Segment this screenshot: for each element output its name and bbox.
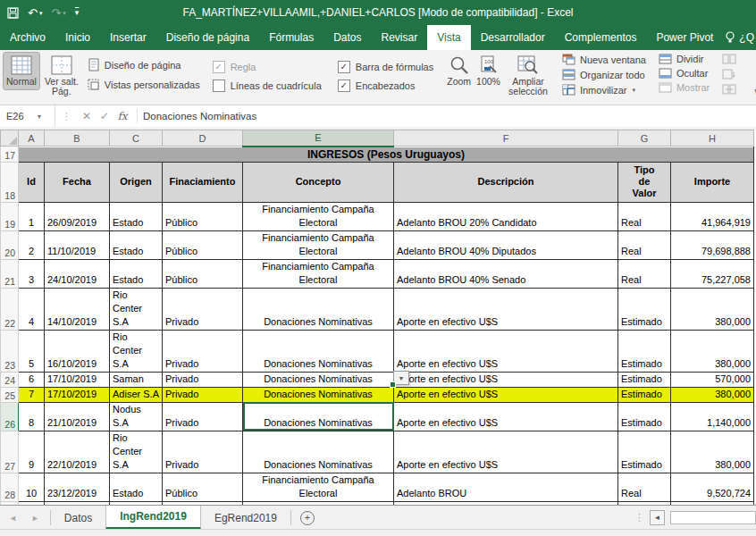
- tab-splitter-grip[interactable]: ⋮: [634, 512, 644, 523]
- table-column-header-B[interactable]: Fecha: [45, 162, 110, 202]
- cell-F21[interactable]: Adelanto BROU 40% Senado: [394, 259, 618, 288]
- cell-E20[interactable]: Financiamiento Campaña Electoral: [243, 230, 394, 259]
- select-all-corner[interactable]: [1, 130, 19, 147]
- checkbox-barra-de-f-rmulas[interactable]: ✓Barra de fórmulas: [338, 61, 433, 73]
- row-header-22[interactable]: 22: [1, 288, 19, 330]
- sheet-nav-left-icon[interactable]: ◄: [9, 514, 17, 523]
- fill-handle[interactable]: [390, 381, 396, 388]
- ribbon-tab-revisar[interactable]: Revisar: [372, 25, 428, 50]
- row-header-28[interactable]: 28: [1, 473, 19, 501]
- cell-F19[interactable]: Adelanto BROU 20% Candidato: [394, 202, 618, 230]
- cell-B20[interactable]: 11/10/2019: [45, 230, 110, 259]
- row-header-24[interactable]: 24: [1, 372, 19, 387]
- cell-A21[interactable]: 3: [19, 259, 45, 288]
- table-column-header-F[interactable]: Descripción: [394, 162, 618, 202]
- cell-B19[interactable]: 26/09/2019: [45, 202, 110, 230]
- new-window-button[interactable]: Nueva ventana: [562, 54, 646, 65]
- cell-D20[interactable]: Público: [163, 230, 243, 259]
- cell-G23[interactable]: Estimado: [618, 330, 671, 372]
- cell-B21[interactable]: 24/10/2019: [45, 259, 110, 288]
- cell-C21[interactable]: Estado: [110, 259, 163, 288]
- zoom-selection-button[interactable]: Ampliar selección: [503, 53, 553, 99]
- cell-D24[interactable]: Privado: [163, 372, 243, 387]
- cell-A20[interactable]: 2: [19, 230, 45, 259]
- table-column-header-A[interactable]: Id: [19, 162, 45, 202]
- cell-H25[interactable]: 380,000: [671, 387, 754, 402]
- cell-H28[interactable]: 9,520,724: [671, 473, 754, 501]
- cell-F27[interactable]: Aporte en efectivo U$S: [394, 431, 618, 473]
- checkbox-l-neas-de-cuadr-cula[interactable]: Líneas de cuadrícula: [213, 80, 322, 92]
- cell-C28[interactable]: Estado: [110, 473, 163, 501]
- page-layout-button[interactable]: Diseño de página: [88, 58, 200, 71]
- column-header-D[interactable]: D: [163, 130, 243, 147]
- cell-A22[interactable]: 4: [19, 288, 45, 330]
- cell-F20[interactable]: Adelanto BROU 40% Diputados: [394, 230, 618, 259]
- cell-H24[interactable]: 570,000: [671, 372, 754, 387]
- cell-B28[interactable]: 23/12/2019: [45, 473, 110, 501]
- cell-G24[interactable]: Estimado: [618, 372, 671, 387]
- cell-D23[interactable]: Privado: [163, 330, 243, 372]
- custom-views-button[interactable]: Vistas personalizadas: [88, 78, 200, 91]
- cell-C25[interactable]: Adiser S.A: [110, 387, 163, 402]
- cell-E22[interactable]: Donaciones Nominativas: [243, 288, 394, 330]
- ribbon-tab-desarrollador[interactable]: Desarrollador: [471, 25, 555, 50]
- cell-B22[interactable]: 14/10/2019: [45, 288, 110, 330]
- column-header-E[interactable]: E: [243, 130, 394, 147]
- cell-G28[interactable]: Real: [618, 473, 671, 501]
- cell-B23[interactable]: 16/10/2019: [45, 330, 110, 372]
- formula-input[interactable]: Donaciones Nominativas: [143, 111, 756, 121]
- ribbon-tab-power-pivot[interactable]: Power Pivot: [646, 25, 723, 50]
- column-header-F[interactable]: F: [394, 130, 618, 147]
- cell-H27[interactable]: 380,000: [671, 431, 754, 473]
- cell-E19[interactable]: Financiamiento Campaña Electoral: [243, 202, 394, 230]
- ribbon-tab-datos[interactable]: Datos: [323, 25, 371, 50]
- cell-D25[interactable]: Privado: [163, 387, 243, 402]
- cell-F26[interactable]: Aporte en efectivo U$S: [394, 402, 618, 431]
- row-header-21[interactable]: 21: [1, 259, 19, 288]
- cell-C23[interactable]: Rio Center S.A: [110, 330, 163, 372]
- enter-icon[interactable]: ✓: [96, 110, 113, 122]
- cell-G20[interactable]: Real: [618, 230, 671, 259]
- row-header-19[interactable]: 19: [1, 202, 19, 230]
- sheet-nav-right-icon[interactable]: ►: [31, 514, 39, 523]
- cell-A24[interactable]: 6: [19, 372, 45, 387]
- cell-B25[interactable]: 17/10/2019: [45, 387, 110, 402]
- cell-G25[interactable]: Estimado: [618, 387, 671, 402]
- row-header-17[interactable]: 17: [1, 147, 19, 163]
- zoom-100-button[interactable]: 100 100%: [474, 53, 503, 89]
- cell-H26[interactable]: 1,140,000: [671, 402, 754, 431]
- ribbon-tab-archivo[interactable]: Archivo: [0, 25, 55, 50]
- row-header-26[interactable]: 26: [1, 402, 19, 431]
- cell-C22[interactable]: Rio Center S.A: [110, 288, 163, 330]
- cell-E23[interactable]: Donaciones Nominativas: [243, 330, 394, 372]
- cell-A28[interactable]: 10: [19, 473, 45, 501]
- column-header-A[interactable]: A: [19, 130, 45, 147]
- cell-E24[interactable]: Donaciones Nominativas: [243, 372, 394, 387]
- table-column-header-D[interactable]: Finaciamiento: [163, 162, 243, 202]
- cell-A27[interactable]: 9: [19, 431, 45, 473]
- cell-A19[interactable]: 1: [19, 202, 45, 230]
- cell-H21[interactable]: 75,227,058: [671, 259, 754, 288]
- table-column-header-G[interactable]: Tipo de Valor: [618, 162, 671, 202]
- zoom-button[interactable]: Zoom: [444, 53, 474, 89]
- cell-F23[interactable]: Aporte en efectivo U$S: [394, 330, 618, 372]
- split-button[interactable]: Dividir: [659, 54, 710, 64]
- cell-G19[interactable]: Real: [618, 202, 671, 230]
- cell-F22[interactable]: Aporte en efectivo U$S: [394, 288, 618, 330]
- page-break-view-button[interactable]: Ver salt. Pág.: [39, 53, 84, 99]
- tell-me-button[interactable]: ¿Q: [725, 25, 756, 50]
- switch-windows-button[interactable]: Camb ventana: [745, 53, 756, 99]
- column-header-B[interactable]: B: [45, 130, 110, 147]
- cell-E26[interactable]: Donaciones Nominativas: [243, 402, 394, 431]
- column-header-C[interactable]: C: [110, 130, 163, 147]
- cell-E21[interactable]: Financiamiento Campaña Electoral: [243, 259, 394, 288]
- column-header-G[interactable]: G: [618, 130, 671, 147]
- cell-D19[interactable]: Público: [163, 202, 243, 230]
- cell-A26[interactable]: 8: [19, 402, 45, 431]
- cell-E28[interactable]: Financiamiento Campaña Electoral: [243, 473, 394, 501]
- ribbon-tab-f-rmulas[interactable]: Fórmulas: [259, 25, 323, 50]
- cell-C20[interactable]: Estado: [110, 230, 163, 259]
- cell-H20[interactable]: 79,698,888: [671, 230, 754, 259]
- cell-G22[interactable]: Estimado: [618, 288, 671, 330]
- name-box[interactable]: E26 ▼: [0, 105, 55, 127]
